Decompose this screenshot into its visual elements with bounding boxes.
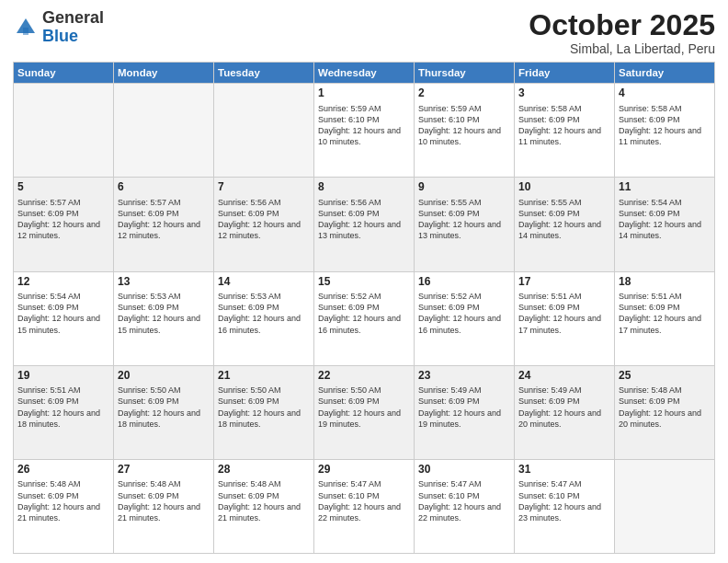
day-info: Sunrise: 5:50 AM Sunset: 6:09 PM Dayligh… bbox=[118, 385, 210, 430]
calendar-cell: 13Sunrise: 5:53 AM Sunset: 6:09 PM Dayli… bbox=[114, 271, 214, 365]
day-number: 2 bbox=[418, 86, 510, 101]
day-info: Sunrise: 5:58 AM Sunset: 6:09 PM Dayligh… bbox=[518, 103, 610, 148]
weekday-header-sunday: Sunday bbox=[14, 63, 114, 84]
logo-text: General Blue bbox=[42, 9, 104, 46]
day-info: Sunrise: 5:47 AM Sunset: 6:10 PM Dayligh… bbox=[418, 478, 510, 523]
day-number: 21 bbox=[218, 369, 310, 384]
day-number: 30 bbox=[418, 463, 510, 477]
day-number: 20 bbox=[118, 369, 210, 384]
calendar-cell: 11Sunrise: 5:54 AM Sunset: 6:09 PM Dayli… bbox=[615, 178, 715, 271]
day-number: 26 bbox=[17, 463, 109, 477]
calendar-cell: 15Sunrise: 5:52 AM Sunset: 6:09 PM Dayli… bbox=[314, 271, 415, 365]
calendar-cell: 23Sunrise: 5:49 AM Sunset: 6:09 PM Dayli… bbox=[415, 365, 515, 459]
day-info: Sunrise: 5:47 AM Sunset: 6:10 PM Dayligh… bbox=[318, 478, 410, 523]
day-info: Sunrise: 5:48 AM Sunset: 6:09 PM Dayligh… bbox=[218, 478, 310, 523]
day-info: Sunrise: 5:57 AM Sunset: 6:09 PM Dayligh… bbox=[118, 197, 210, 242]
day-number: 17 bbox=[518, 275, 610, 290]
weekday-header-friday: Friday bbox=[515, 63, 615, 84]
calendar-cell: 1Sunrise: 5:59 AM Sunset: 6:10 PM Daylig… bbox=[314, 84, 415, 178]
calendar-cell: 10Sunrise: 5:55 AM Sunset: 6:09 PM Dayli… bbox=[515, 178, 615, 271]
day-info: Sunrise: 5:49 AM Sunset: 6:09 PM Dayligh… bbox=[418, 385, 510, 430]
day-info: Sunrise: 5:57 AM Sunset: 6:09 PM Dayligh… bbox=[17, 197, 109, 242]
day-info: Sunrise: 5:58 AM Sunset: 6:09 PM Dayligh… bbox=[619, 103, 711, 148]
logo-general: General bbox=[42, 8, 104, 27]
day-info: Sunrise: 5:55 AM Sunset: 6:09 PM Dayligh… bbox=[418, 197, 510, 242]
day-number: 7 bbox=[218, 180, 310, 195]
day-info: Sunrise: 5:53 AM Sunset: 6:09 PM Dayligh… bbox=[118, 291, 210, 336]
day-info: Sunrise: 5:48 AM Sunset: 6:09 PM Dayligh… bbox=[118, 478, 210, 523]
day-info: Sunrise: 5:55 AM Sunset: 6:09 PM Dayligh… bbox=[518, 197, 610, 242]
day-info: Sunrise: 5:50 AM Sunset: 6:09 PM Dayligh… bbox=[218, 385, 310, 430]
day-number: 11 bbox=[619, 180, 711, 195]
day-number: 28 bbox=[218, 463, 310, 477]
calendar-cell: 22Sunrise: 5:50 AM Sunset: 6:09 PM Dayli… bbox=[314, 365, 415, 459]
day-info: Sunrise: 5:56 AM Sunset: 6:09 PM Dayligh… bbox=[218, 197, 310, 242]
day-info: Sunrise: 5:52 AM Sunset: 6:09 PM Dayligh… bbox=[318, 291, 410, 336]
day-info: Sunrise: 5:52 AM Sunset: 6:09 PM Dayligh… bbox=[418, 291, 510, 336]
calendar-cell: 29Sunrise: 5:47 AM Sunset: 6:10 PM Dayli… bbox=[314, 459, 415, 553]
day-number: 4 bbox=[619, 86, 711, 101]
week-row-3: 12Sunrise: 5:54 AM Sunset: 6:09 PM Dayli… bbox=[14, 271, 715, 365]
calendar-cell: 24Sunrise: 5:49 AM Sunset: 6:09 PM Dayli… bbox=[515, 365, 615, 459]
calendar-cell: 16Sunrise: 5:52 AM Sunset: 6:09 PM Dayli… bbox=[415, 271, 515, 365]
day-info: Sunrise: 5:48 AM Sunset: 6:09 PM Dayligh… bbox=[619, 385, 711, 430]
calendar-cell: 3Sunrise: 5:58 AM Sunset: 6:09 PM Daylig… bbox=[515, 84, 615, 178]
weekday-header-saturday: Saturday bbox=[615, 63, 715, 84]
calendar-cell bbox=[14, 84, 114, 178]
day-number: 15 bbox=[318, 275, 410, 290]
day-number: 19 bbox=[17, 369, 109, 384]
day-number: 25 bbox=[619, 369, 711, 384]
calendar-table: SundayMondayTuesdayWednesdayThursdayFrid… bbox=[13, 62, 715, 554]
calendar-cell: 21Sunrise: 5:50 AM Sunset: 6:09 PM Dayli… bbox=[214, 365, 314, 459]
calendar-cell: 8Sunrise: 5:56 AM Sunset: 6:09 PM Daylig… bbox=[314, 178, 415, 271]
day-info: Sunrise: 5:51 AM Sunset: 6:09 PM Dayligh… bbox=[518, 291, 610, 336]
week-row-4: 19Sunrise: 5:51 AM Sunset: 6:09 PM Dayli… bbox=[14, 365, 715, 459]
day-info: Sunrise: 5:51 AM Sunset: 6:09 PM Dayligh… bbox=[619, 291, 711, 336]
calendar-cell: 28Sunrise: 5:48 AM Sunset: 6:09 PM Dayli… bbox=[214, 459, 314, 553]
day-info: Sunrise: 5:51 AM Sunset: 6:09 PM Dayligh… bbox=[17, 385, 109, 430]
day-number: 9 bbox=[418, 180, 510, 195]
calendar-cell: 14Sunrise: 5:53 AM Sunset: 6:09 PM Dayli… bbox=[214, 271, 314, 365]
day-number: 14 bbox=[218, 275, 310, 290]
day-number: 13 bbox=[118, 275, 210, 290]
day-info: Sunrise: 5:59 AM Sunset: 6:10 PM Dayligh… bbox=[318, 103, 410, 148]
day-number: 22 bbox=[318, 369, 410, 384]
weekday-header-thursday: Thursday bbox=[415, 63, 515, 84]
calendar-cell bbox=[214, 84, 314, 178]
day-info: Sunrise: 5:54 AM Sunset: 6:09 PM Dayligh… bbox=[619, 197, 711, 242]
day-number: 23 bbox=[418, 369, 510, 384]
day-number: 27 bbox=[118, 463, 210, 477]
weekday-header-wednesday: Wednesday bbox=[314, 63, 415, 84]
calendar-cell: 18Sunrise: 5:51 AM Sunset: 6:09 PM Dayli… bbox=[615, 271, 715, 365]
calendar-cell: 4Sunrise: 5:58 AM Sunset: 6:09 PM Daylig… bbox=[615, 84, 715, 178]
week-row-5: 26Sunrise: 5:48 AM Sunset: 6:09 PM Dayli… bbox=[14, 459, 715, 553]
day-number: 12 bbox=[17, 275, 109, 290]
calendar-cell: 25Sunrise: 5:48 AM Sunset: 6:09 PM Dayli… bbox=[615, 365, 715, 459]
day-info: Sunrise: 5:59 AM Sunset: 6:10 PM Dayligh… bbox=[418, 103, 510, 148]
day-info: Sunrise: 5:56 AM Sunset: 6:09 PM Dayligh… bbox=[318, 197, 410, 242]
day-number: 3 bbox=[518, 86, 610, 101]
weekday-header-row: SundayMondayTuesdayWednesdayThursdayFrid… bbox=[14, 63, 715, 84]
calendar-cell: 9Sunrise: 5:55 AM Sunset: 6:09 PM Daylig… bbox=[415, 178, 515, 271]
calendar-page: General Blue October 2025 Simbal, La Lib… bbox=[0, 0, 728, 563]
day-number: 24 bbox=[518, 369, 610, 384]
calendar-cell bbox=[615, 459, 715, 553]
calendar-cell: 31Sunrise: 5:47 AM Sunset: 6:10 PM Dayli… bbox=[515, 459, 615, 553]
calendar-cell: 2Sunrise: 5:59 AM Sunset: 6:10 PM Daylig… bbox=[415, 84, 515, 178]
calendar-cell: 20Sunrise: 5:50 AM Sunset: 6:09 PM Dayli… bbox=[114, 365, 214, 459]
week-row-2: 5Sunrise: 5:57 AM Sunset: 6:09 PM Daylig… bbox=[14, 178, 715, 271]
calendar-cell: 17Sunrise: 5:51 AM Sunset: 6:09 PM Dayli… bbox=[515, 271, 615, 365]
weekday-header-monday: Monday bbox=[114, 63, 214, 84]
calendar-cell: 26Sunrise: 5:48 AM Sunset: 6:09 PM Dayli… bbox=[14, 459, 114, 553]
weekday-header-tuesday: Tuesday bbox=[214, 63, 314, 84]
logo: General Blue bbox=[13, 9, 104, 46]
logo-icon bbox=[13, 15, 39, 40]
header-right: October 2025 Simbal, La Libertad, Peru bbox=[529, 9, 715, 56]
logo-blue: Blue bbox=[42, 27, 78, 45]
calendar-cell: 12Sunrise: 5:54 AM Sunset: 6:09 PM Dayli… bbox=[14, 271, 114, 365]
day-info: Sunrise: 5:49 AM Sunset: 6:09 PM Dayligh… bbox=[518, 385, 610, 430]
day-number: 10 bbox=[518, 180, 610, 195]
svg-rect-1 bbox=[23, 28, 28, 35]
calendar-cell: 6Sunrise: 5:57 AM Sunset: 6:09 PM Daylig… bbox=[114, 178, 214, 271]
day-number: 29 bbox=[318, 463, 410, 477]
